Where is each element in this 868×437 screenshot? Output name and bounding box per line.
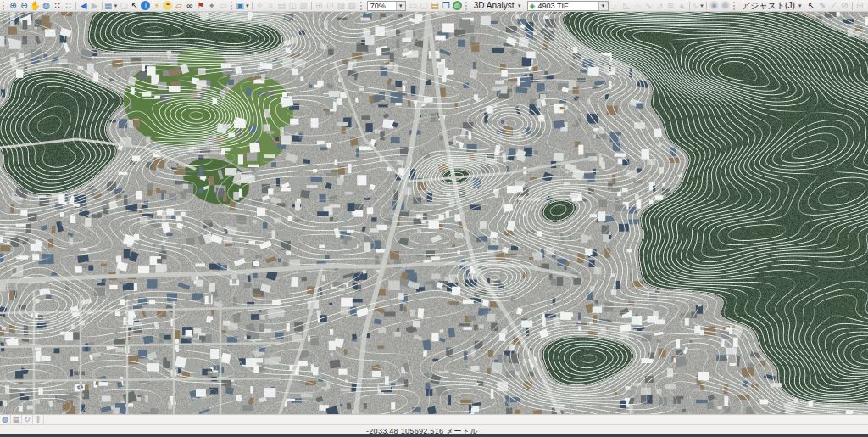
arcscene-icon[interactable]: ◉ [709, 1, 719, 10]
back-extent-button[interactable]: ◀ [78, 1, 89, 11]
disabled-tool-4[interactable]: ◫ [287, 1, 298, 11]
add-layer-button[interactable]: ❐ [441, 1, 452, 11]
status-bar: -2033.48 105692.516 メートル [0, 424, 868, 434]
surface-layer-combo[interactable]: ◈4903.TIF▼ [527, 1, 609, 11]
zoom-level-combo[interactable]: 70%▼ [367, 1, 406, 11]
no-adjustment-button[interactable]: ⊘ [839, 1, 850, 11]
interpolate-polygon-tool[interactable]: ⌓ [632, 1, 643, 11]
identify-icon[interactable]: i [141, 1, 150, 10]
arcglobe-icon[interactable]: ◍ [721, 1, 730, 10]
pan-to-selection-button[interactable]: ▭ [408, 1, 419, 11]
toolbar-separator [102, 2, 103, 10]
toolbar-separator [311, 2, 312, 10]
open-table-button[interactable]: ▤ [430, 1, 441, 11]
go-to-xy-tool[interactable]: ⌖ [206, 1, 217, 11]
map-canvas[interactable] [0, 12, 868, 414]
steepest-path-tool[interactable]: ⊿ [654, 1, 665, 11]
dropdown-caret-icon[interactable]: ▼ [699, 3, 704, 8]
toolbar-grip[interactable] [733, 2, 737, 10]
zoom-out-tool[interactable]: ⊖ [19, 1, 30, 11]
disabled-tool-2[interactable]: ⌗ [265, 1, 276, 11]
layout-view-button[interactable]: ▤ [11, 415, 22, 424]
fit-to-window-button[interactable]: ▢ [419, 1, 430, 11]
surface-layer-combo-value: 4903.TIF [536, 2, 598, 10]
find-tool[interactable]: ∞ [184, 1, 195, 11]
disabled-tool-8[interactable]: ▨ [336, 1, 347, 11]
toolbar-separator [75, 2, 76, 10]
time-slider-button[interactable]: ▭ [217, 1, 228, 11]
interpolate-point-tool[interactable]: ⋰ [610, 1, 621, 11]
html-popup-icon[interactable]: ❝ [163, 1, 172, 10]
fixed-zoom-in-button[interactable]: ∷ [52, 1, 63, 11]
toolbar-separator [689, 2, 690, 10]
menu-caret-icon: ▼ [798, 3, 803, 8]
3d-analyst-menu[interactable]: 3D Analyst▼ [470, 1, 526, 11]
measure-tool[interactable]: ▱ [173, 1, 184, 11]
toolbar-grip[interactable] [465, 2, 469, 10]
menu-caret-icon: ▼ [517, 3, 522, 8]
toolbar-group-zoom-level-tools: 70%▼▭▢▤❐◍ [358, 0, 463, 12]
zoom-level-combo-value: 70% [368, 2, 396, 10]
disabled-tool-6[interactable]: ⊞ [314, 1, 325, 11]
full-extent-button[interactable]: ◍ [41, 1, 52, 11]
toolbar-separator [252, 2, 253, 10]
view-toggle-row: ◍▤↻∥ [0, 414, 868, 424]
disabled-tool-5[interactable]: ▥ [298, 1, 309, 11]
find-route-tool[interactable]: ⚑ [195, 1, 206, 11]
disabled-tool-7[interactable]: ⊡ [325, 1, 336, 11]
main-toolbar: ⊕⊖✋◍∷∷◀▶▦▼▢↖i⚡❝▱∞⚑⌖▭▣▼✧⌗▤◫▥⊞⊡▨▧70%▼▭▢▤❐◍… [0, 0, 868, 12]
raster-layer-icon: ◈ [530, 2, 536, 10]
3d-analyst-menu-label: 3D Analyst [474, 1, 515, 10]
clear-selection-button[interactable]: ▢ [118, 1, 129, 11]
pan-tool[interactable]: ✋ [30, 1, 41, 11]
pause-drawing-button[interactable]: ∥ [33, 415, 44, 424]
disabled-tool-3[interactable]: ▤ [276, 1, 287, 11]
dropdown-arrow-icon[interactable]: ▼ [396, 2, 405, 10]
line-of-sight-tool[interactable]: ≋ [665, 1, 676, 11]
adjust-menu-label: アジャスト(J) [742, 0, 795, 12]
interpolate-line-tool[interactable]: ◺ [621, 1, 632, 11]
toolbar-grip[interactable] [3, 2, 6, 10]
toolbar-group-viewer-tools: ▣▼✧⌗▤◫▥⊞⊡▨▧ [228, 0, 357, 12]
select-features-tool[interactable]: ▦▼ [104, 1, 118, 11]
surface-contour-tool[interactable]: ∿ [643, 1, 654, 11]
toolbar-separator [852, 2, 853, 10]
map-viewport [0, 12, 868, 414]
globe-view-icon[interactable]: ◍ [453, 1, 462, 10]
toolbar-group-navigation-tools: ⊕⊖✋◍∷∷◀▶▦▼▢↖i⚡❝▱∞⚑⌖▭ [0, 0, 228, 12]
fixed-zoom-out-button[interactable]: ∷ [63, 1, 74, 11]
toolbar-group-3d-analyst-toolbar: 3D Analyst▼◈4903.TIF▼⋰◺⌓∿⊿≋▲∿▼◉◍ [463, 0, 731, 12]
select-link-tool[interactable]: ↖ [806, 1, 817, 11]
surface-shadow-tool[interactable]: ▲ [676, 1, 687, 11]
toolbar-grip[interactable] [360, 2, 364, 10]
link-table-button[interactable]: ⊞ [854, 1, 865, 11]
forward-extent-button[interactable]: ▶ [89, 1, 100, 11]
toolbar-grip[interactable] [231, 2, 234, 10]
data-view-button[interactable]: ◍ [0, 415, 11, 424]
horizontal-scrollbar[interactable] [44, 415, 868, 424]
dropdown-arrow-icon[interactable]: ▼ [598, 2, 608, 10]
view-toggle-buttons: ◍▤↻∥ [0, 415, 44, 424]
toolbar-separator [706, 2, 707, 10]
viewer-window-tool[interactable]: ▣▼ [236, 1, 249, 11]
disabled-tool-9[interactable]: ▧ [347, 1, 358, 11]
toolbar-group-adjust-toolbar: アジャスト(J)▼↖✎⟋⊘⊞⊡⧈⊟≒≠ [731, 0, 868, 12]
select-elements-tool[interactable]: ↖ [129, 1, 140, 11]
disabled-tool-1[interactable]: ✧ [254, 1, 265, 11]
new-displacement-link-tool[interactable]: ✎ [817, 1, 828, 11]
adjust-menu[interactable]: アジャスト(J)▼ [738, 1, 806, 11]
profile-graph-button[interactable]: ∿▼ [692, 1, 704, 11]
modify-link-tool[interactable]: ⟋ [828, 1, 839, 11]
zoom-in-tool[interactable]: ⊕ [8, 1, 19, 11]
dropdown-caret-icon[interactable]: ▼ [245, 3, 250, 8]
hyperlink-tool[interactable]: ⚡ [151, 1, 162, 11]
refresh-view-button[interactable]: ↻ [22, 415, 33, 424]
